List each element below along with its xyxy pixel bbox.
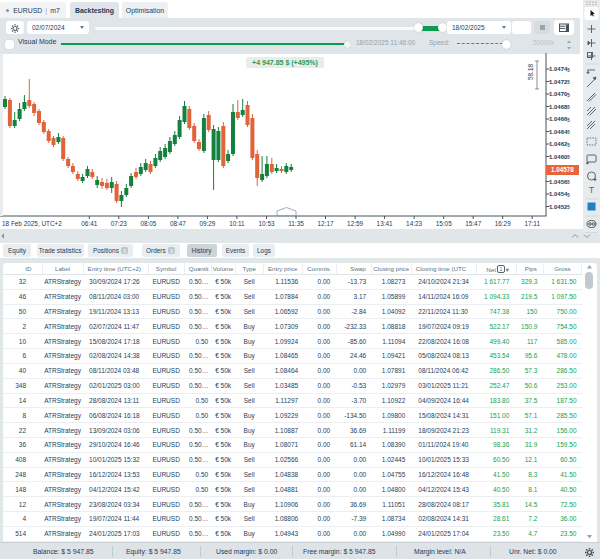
svg-text:08:47: 08:47 xyxy=(170,220,186,227)
svg-text:58.18: 58.18 xyxy=(527,64,534,80)
svg-text:17:11: 17:11 xyxy=(524,220,540,227)
svg-text:T: T xyxy=(589,185,595,195)
svg-text:15:47: 15:47 xyxy=(465,220,481,227)
svg-text:13:41: 13:41 xyxy=(377,220,393,227)
svg-text:07:23: 07:23 xyxy=(111,220,127,227)
svg-text:08:05: 08:05 xyxy=(140,220,156,227)
svg-text:10:11: 10:11 xyxy=(229,220,245,227)
svg-text:1.04665: 1.04665 xyxy=(549,116,570,123)
svg-text:12:17: 12:17 xyxy=(318,220,334,227)
svg-text:1.04605: 1.04605 xyxy=(549,154,570,161)
svg-text:1.04525: 1.04525 xyxy=(549,204,570,211)
svg-text:11:35: 11:35 xyxy=(288,220,304,227)
svg-text:1.04645: 1.04645 xyxy=(549,129,570,136)
svg-text:10:53: 10:53 xyxy=(259,220,275,227)
svg-text:1.04725: 1.04725 xyxy=(549,79,570,86)
svg-text:16:29: 16:29 xyxy=(495,220,511,227)
svg-text:09:29: 09:29 xyxy=(199,220,215,227)
svg-text:1.04745: 1.04745 xyxy=(549,66,570,73)
svg-text:06:41: 06:41 xyxy=(81,220,97,227)
svg-text:1.04565: 1.04565 xyxy=(549,179,570,186)
svg-text:14:23: 14:23 xyxy=(406,220,422,227)
svg-text:15:05: 15:05 xyxy=(436,220,452,227)
svg-text:18 Feb 2025, UTC+2: 18 Feb 2025, UTC+2 xyxy=(2,220,62,227)
svg-text:1.04545: 1.04545 xyxy=(549,191,570,198)
svg-text:12:59: 12:59 xyxy=(347,220,363,227)
svg-text:1.04625: 1.04625 xyxy=(549,141,570,148)
svg-text:1.04685: 1.04685 xyxy=(549,104,570,111)
svg-text:1.04705: 1.04705 xyxy=(549,91,570,98)
